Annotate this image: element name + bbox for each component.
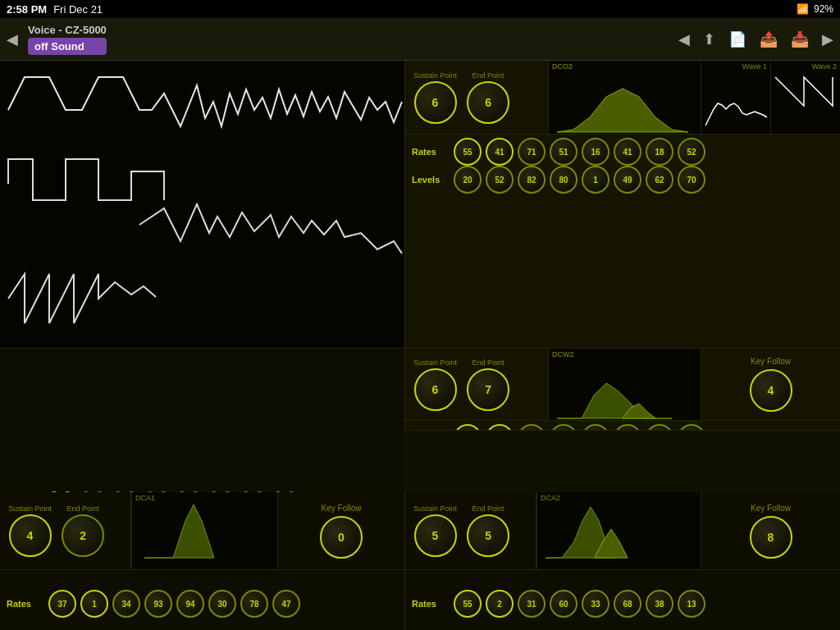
dcw-endpoint-group: End Point 7 — [467, 358, 509, 411]
dcw-sustain-knob[interactable]: 6 — [414, 368, 457, 411]
dco-rate-4[interactable]: 16 — [582, 138, 609, 166]
dca1-rate-1[interactable]: 1 — [80, 590, 108, 618]
dca1-rates-row: Rates 37 1 34 93 94 30 78 47 — [7, 590, 398, 618]
dcw-endpoint-label: End Point — [472, 358, 504, 367]
dcw-endpoint-knob[interactable]: 7 — [467, 368, 509, 411]
nav-right-icon[interactable]: ▶ — [822, 30, 833, 48]
dco-level-1[interactable]: 52 — [486, 166, 514, 194]
dco-rate-2[interactable]: 71 — [518, 138, 546, 166]
dco-rates-label: Rates — [412, 147, 450, 157]
dco2-preview: DCO2 — [549, 61, 701, 134]
dco-rate-5[interactable]: 41 — [614, 138, 641, 166]
wifi-icon: 📶 — [797, 3, 809, 15]
dco-level-5[interactable]: 49 — [614, 166, 641, 194]
dca1-rate-7[interactable]: 47 — [272, 590, 300, 618]
dca2-rate-6[interactable]: 38 — [646, 590, 673, 618]
status-date: Fri Dec 21 — [53, 3, 103, 16]
dco-level-3[interactable]: 80 — [550, 166, 578, 194]
dco-rate-1[interactable]: 41 — [486, 138, 514, 166]
dca2-endpoint-label: End Point — [472, 504, 504, 513]
dco-rate-3[interactable]: 51 — [550, 138, 578, 166]
waveform-svg — [0, 61, 404, 348]
dca1-panel: Sustain Point 4 End Point 2 — [0, 492, 404, 630]
svg-marker-1 — [557, 89, 688, 132]
dca1-sustain-knob[interactable]: 4 — [9, 514, 52, 557]
dca2-rate-4[interactable]: 33 — [582, 590, 609, 618]
dco-level-7[interactable]: 70 — [678, 166, 705, 194]
header-title: Voice - CZ-5000 — [28, 24, 107, 36]
nav-upload-icon[interactable]: ⬆ — [703, 30, 715, 48]
dco2-waveform-svg — [549, 84, 701, 134]
dca1-rate-3[interactable]: 93 — [144, 590, 172, 618]
dcw2-title: DCW2 — [552, 350, 574, 358]
dcw-keyfollow-label: Key Follow — [751, 357, 791, 366]
dca2-sustain-group: Sustain Point 5 — [413, 504, 457, 557]
dca2-rate-7[interactable]: 13 — [678, 590, 705, 618]
dco-level-6[interactable]: 62 — [646, 166, 673, 194]
wave1-preview[interactable]: Wave 1 — [701, 61, 770, 134]
status-icons: 📶 92% — [797, 3, 833, 15]
dco2-title: DCO2 — [552, 62, 573, 71]
dca1-endpoint-knob[interactable]: 2 — [62, 514, 104, 557]
dca1-rates-label: Rates — [7, 599, 44, 609]
nav-icons: ◀ ⬆ 📄 📤 📥 ▶ — [678, 30, 833, 48]
header-bar: ◀ Voice - CZ-5000 off Sound ◀ ⬆ 📄 📤 📥 ▶ — [0, 18, 840, 61]
dca1-sustain-group: Sustain Point 4 — [8, 504, 52, 557]
dca1-sustain-label: Sustain Point — [8, 504, 52, 513]
dco-rates-row: Rates 55 41 71 51 16 41 18 52 — [412, 138, 833, 166]
dca2-sustain-knob[interactable]: 5 — [414, 514, 457, 557]
dca2-rates-levels: Rates 55 2 31 60 33 68 38 13 Levels 61 1… — [405, 570, 840, 630]
dco-sustain-knob[interactable]: 6 — [414, 81, 457, 124]
dca1-keyfollow-knob[interactable]: 0 — [320, 516, 363, 559]
dca2-panel: Sustain Point 5 End Point 5 — [404, 492, 840, 630]
dco-sustain-group: Sustain Point 6 — [413, 71, 457, 124]
dcw-sustain-group: Sustain Point 6 — [413, 358, 457, 411]
dca2-rate-0[interactable]: 55 — [454, 590, 482, 618]
dca2-endpoint-knob[interactable]: 5 — [467, 514, 509, 557]
nav-left-icon[interactable]: ◀ — [678, 30, 690, 48]
dcw-keyfollow-knob[interactable]: 4 — [750, 369, 792, 412]
dca2-keyfollow-label: Key Follow — [751, 504, 791, 513]
dco-level-2[interactable]: 82 — [518, 166, 546, 194]
dca2-rate-5[interactable]: 68 — [614, 590, 641, 618]
dco-levels-row: Levels 20 52 82 80 1 49 62 70 — [412, 166, 833, 194]
battery-icon: 92% — [814, 3, 833, 15]
dco-rate-7[interactable]: 52 — [678, 138, 705, 166]
dca2-top: Sustain Point 5 End Point 5 — [405, 492, 840, 570]
dcw-sus-end-box: Sustain Point 6 End Point 7 — [405, 349, 549, 420]
dca1-preview: DCA1 — [131, 492, 277, 569]
dcw-left-placeholder — [0, 349, 404, 491]
dcw2-waveform-svg — [549, 367, 701, 420]
dca1-rate-4[interactable]: 94 — [176, 590, 204, 618]
dcw-top-row: Sustain Point 6 End Point 7 — [405, 349, 840, 421]
nav-doc-icon[interactable]: 📄 — [728, 30, 746, 48]
nav-share2-icon[interactable]: 📥 — [791, 30, 809, 48]
nav-back-icon[interactable]: ◀ — [7, 30, 18, 48]
dca2-rate-3[interactable]: 60 — [550, 590, 578, 618]
dca2-rate-2[interactable]: 31 — [518, 590, 546, 618]
dca2-rate-1[interactable]: 2 — [486, 590, 514, 618]
dco-level-4[interactable]: 1 — [582, 166, 609, 194]
dco-level-0[interactable]: 20 — [454, 166, 482, 194]
main-grid: Rates 17 54 87 32 82 75 71 56 Levels 54 … — [0, 61, 840, 561]
dca2-keyfollow-knob[interactable]: 8 — [750, 516, 792, 559]
nav-share1-icon[interactable]: 📤 — [760, 30, 778, 48]
dca1-rates-levels: Rates 37 1 34 93 94 30 78 47 Levels 97 7… — [0, 570, 404, 630]
status-bar: 2:58 PM Fri Dec 21 📶 92% — [0, 0, 840, 18]
dco-sus-end-box: Sustain Point 6 End Point 6 — [405, 61, 549, 134]
wave2-preview[interactable]: Wave 2 — [770, 61, 840, 134]
dco-rate-0[interactable]: 55 — [454, 138, 482, 166]
header-subtitle[interactable]: off Sound — [28, 38, 107, 55]
dco-rates-levels: Rates 55 41 71 51 16 41 18 52 Levels 20 … — [405, 135, 840, 197]
waveform-display: Rates 17 54 87 32 82 75 71 56 Levels 54 … — [0, 61, 404, 348]
dco-panel: Sustain Point 6 End Point 6 — [404, 61, 840, 348]
dca1-rate-0[interactable]: 37 — [48, 590, 76, 618]
dca2-endpoint-group: End Point 5 — [467, 504, 509, 557]
dca1-rate-5[interactable]: 30 — [208, 590, 236, 618]
dca1-rate-6[interactable]: 78 — [240, 590, 268, 618]
dco-endpoint-knob[interactable]: 6 — [467, 81, 509, 124]
dca1-rate-2[interactable]: 34 — [112, 590, 140, 618]
dca1-sus-end-box: Sustain Point 4 End Point 2 — [0, 492, 131, 569]
dca1-endpoint-group: End Point 2 — [62, 504, 104, 557]
dco-rate-6[interactable]: 18 — [646, 138, 673, 166]
